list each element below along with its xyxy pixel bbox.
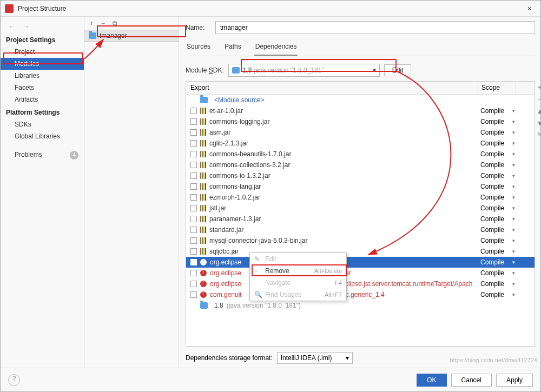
dep-label: commons-collections-3.2.jar	[209, 161, 290, 169]
ok-button[interactable]: OK	[417, 374, 446, 387]
export-checkbox[interactable]	[190, 194, 197, 201]
cancel-button[interactable]: Cancel	[451, 374, 492, 387]
table-row[interactable]: mysql-connector-java-5.0.3-bin.jarCompil…	[186, 235, 535, 246]
export-checkbox[interactable]	[190, 183, 197, 190]
nav-back-icon[interactable]: ←	[8, 22, 16, 31]
name-input[interactable]	[215, 21, 535, 34]
middle-toolbar: + − ⧉	[84, 17, 179, 30]
close-icon[interactable]: ×	[523, 2, 536, 15]
copy-module-icon[interactable]: ⧉	[113, 19, 117, 27]
table-row[interactable]: ezmorph-1.0.2.jarCompile▾	[186, 192, 535, 203]
apply-button[interactable]: Apply	[496, 374, 533, 387]
jar-icon	[200, 194, 206, 201]
export-checkbox[interactable]	[190, 216, 197, 222]
export-checkbox[interactable]	[190, 227, 197, 233]
table-row[interactable]: asm.jarCompile▾	[186, 127, 535, 138]
chevron-down-icon[interactable]: ▾	[512, 108, 515, 114]
tab-paths[interactable]: Paths	[223, 39, 242, 56]
chevron-down-icon[interactable]: ▾	[512, 151, 515, 157]
table-row-error[interactable]: org.eclipseerCompile▾	[186, 268, 535, 278]
table-row-error[interactable]: org.eclipseclipse.jst.server.tomcat.runt…	[186, 278, 535, 289]
name-label: Name:	[186, 24, 215, 31]
sdk-dep-row[interactable]: 1.8(java version "1.8.0_181")	[186, 300, 535, 311]
chevron-down-icon[interactable]: ▾	[512, 227, 515, 232]
add-module-icon[interactable]: +	[90, 19, 94, 27]
table-row-selected[interactable]: org.eclipse Compile▾	[186, 257, 535, 268]
sidebar-item-project[interactable]: Project	[1, 46, 84, 58]
sidebar-item-problems[interactable]: Problems 4	[1, 149, 84, 162]
sidebar-item-artifacts[interactable]: Artifacts	[1, 94, 84, 105]
edit-dep-icon[interactable]: ✎	[536, 131, 541, 140]
ctx-remove[interactable]: −RemoveAlt+Delete	[250, 265, 346, 277]
remove-dep-icon[interactable]: −	[536, 96, 541, 104]
table-row-error[interactable]: com.genuitc.generic_1.4Compile▾	[186, 289, 535, 300]
jar-icon	[200, 172, 206, 179]
storage-combo[interactable]: IntelliJ IDEA (.iml) ▾	[277, 352, 353, 364]
export-checkbox[interactable]	[190, 162, 197, 168]
edit-sdk-button[interactable]: Edit	[384, 64, 412, 76]
export-checkbox[interactable]	[190, 270, 197, 276]
remove-module-icon[interactable]: −	[101, 19, 105, 27]
table-row[interactable]: jstl.jarCompile▾	[186, 203, 535, 214]
chevron-down-icon[interactable]: ▾	[512, 249, 515, 254]
table-row[interactable]: et-ar-1.0.jarCompile▾	[186, 105, 535, 116]
module-tree-item[interactable]: tmanager	[84, 30, 179, 42]
table-row[interactable]: cglib-2.1.3.jarCompile▾	[186, 138, 535, 149]
table-row[interactable]: commons-lang.jarCompile▾	[186, 181, 535, 192]
module-source-row[interactable]: <Module source>	[186, 95, 535, 105]
chevron-down-icon[interactable]: ▾	[512, 216, 515, 222]
chevron-down-icon[interactable]: ▾	[512, 173, 515, 178]
table-row[interactable]: commons-logging.jarCompile▾	[186, 116, 535, 127]
export-checkbox[interactable]	[190, 172, 197, 179]
chevron-down-icon[interactable]: ▾	[512, 238, 515, 243]
chevron-down-icon[interactable]: ▾	[512, 195, 515, 200]
sidebar-item-global-libs[interactable]: Global Libraries	[1, 130, 84, 142]
export-checkbox[interactable]	[190, 281, 197, 287]
export-checkbox[interactable]	[190, 205, 197, 211]
chevron-down-icon[interactable]: ▾	[512, 270, 515, 276]
export-checkbox[interactable]	[190, 151, 197, 157]
col-scope[interactable]: Scope	[478, 82, 516, 94]
dep-label: commons-io-1.3.2.jar	[209, 172, 270, 180]
chevron-down-icon[interactable]: ▾	[512, 130, 515, 135]
export-checkbox[interactable]	[190, 118, 197, 125]
move-down-icon[interactable]: ▼	[536, 119, 541, 128]
table-row[interactable]: paranamer-1.3.jarCompile▾	[186, 214, 535, 224]
sidebar-item-sdks[interactable]: SDKs	[1, 118, 84, 130]
tab-sources[interactable]: Sources	[186, 39, 212, 56]
export-checkbox[interactable]	[190, 291, 197, 298]
table-row[interactable]: commons-io-1.3.2.jarCompile▾	[186, 170, 535, 181]
chevron-down-icon[interactable]: ▾	[512, 119, 515, 124]
table-row[interactable]: commons-beanutils-1.7.0.jarCompile▾	[186, 149, 535, 160]
export-checkbox[interactable]	[190, 237, 197, 244]
export-checkbox[interactable]	[190, 259, 197, 265]
titlebar: Project Structure ×	[1, 1, 540, 17]
sidebar-item-modules[interactable]: Modules	[1, 58, 84, 70]
col-export[interactable]: Export	[186, 82, 478, 94]
help-button[interactable]: ?	[8, 374, 20, 386]
scope-value: Compile	[480, 161, 504, 169]
sidebar-item-libraries[interactable]: Libraries	[1, 70, 84, 82]
export-checkbox[interactable]	[190, 248, 197, 255]
add-dep-icon[interactable]: +	[536, 84, 541, 92]
scope-value: Compile	[480, 269, 504, 277]
chevron-down-icon[interactable]: ▾	[512, 205, 515, 211]
sdk-combo[interactable]: 1.8 java version "1.8.0_181" ▾	[228, 64, 380, 77]
export-checkbox[interactable]	[190, 129, 197, 136]
export-checkbox[interactable]	[190, 108, 197, 114]
chevron-down-icon[interactable]: ▾	[512, 162, 515, 168]
chevron-down-icon[interactable]: ▾	[512, 141, 515, 146]
chevron-down-icon[interactable]: ▾	[512, 281, 515, 287]
storage-value: IntelliJ IDEA (.iml)	[281, 354, 332, 362]
table-row[interactable]: sqljdbc.jarCompile▾	[186, 246, 535, 257]
chevron-down-icon[interactable]: ▾	[512, 184, 515, 189]
chevron-down-icon[interactable]: ▾	[512, 260, 515, 265]
tab-dependencies[interactable]: Dependencies	[254, 39, 298, 56]
nav-forward-icon[interactable]: →	[22, 22, 30, 31]
table-row[interactable]: standard.jarCompile▾	[186, 224, 535, 235]
export-checkbox[interactable]	[190, 140, 197, 147]
sidebar-item-facets[interactable]: Facets	[1, 82, 84, 94]
chevron-down-icon[interactable]: ▾	[512, 292, 515, 297]
table-row[interactable]: commons-collections-3.2.jarCompile▾	[186, 160, 535, 170]
move-up-icon[interactable]: ▲	[536, 108, 541, 116]
